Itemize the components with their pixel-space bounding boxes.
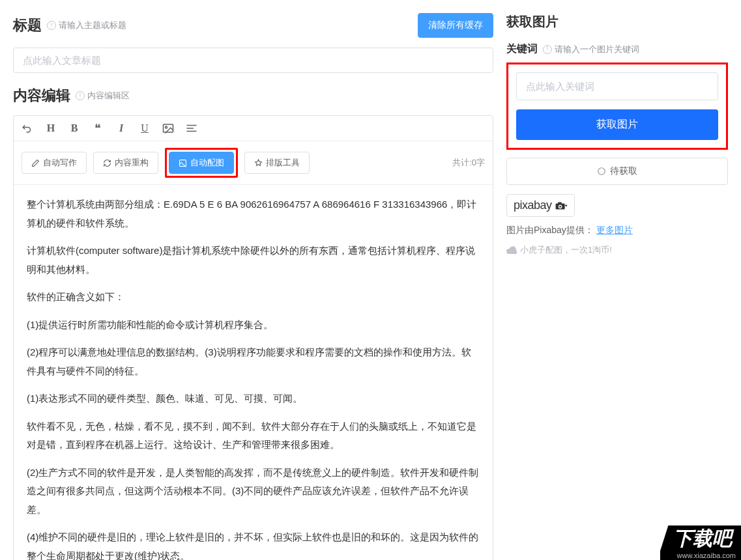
pixabay-logo-text: pixabay	[514, 199, 552, 212]
content-paragraph: (1)表达形式不同的硬件类型、颜色、味道、可见、可摸、可闻。	[27, 389, 480, 408]
bold-icon[interactable]: B	[68, 122, 80, 134]
clear-cache-button[interactable]: 清除所有缓存	[418, 13, 493, 38]
keyword-input[interactable]	[516, 72, 718, 100]
quote-icon[interactable]: ❝	[92, 121, 104, 135]
article-title-input[interactable]	[13, 48, 493, 73]
info-icon: !	[543, 45, 552, 54]
keyword-label: 关键词	[506, 42, 538, 56]
highlight-keyword-box: 获取图片	[506, 63, 728, 150]
get-image-button[interactable]: 获取图片	[516, 109, 718, 140]
camera-icon	[555, 201, 568, 210]
svg-point-1	[166, 126, 167, 128]
cloud-icon	[506, 246, 517, 254]
left-panel: 标题 ! 请输入主题或标题 清除所有缓存 内容编辑 ! 内容编辑区	[13, 13, 493, 560]
format-toolbar: H B ❝ I U	[14, 116, 493, 141]
editor-content[interactable]: 整个计算机系统由两部分组成：E.69DA 5 E 6 BA 9062616964…	[14, 185, 493, 560]
content-paragraph: (2)程序可以满意地处理信息的数据结构。(3)说明程序功能要求和程序需要的文档的…	[27, 343, 480, 380]
content-paragraph: (4)维护不同的硬件是旧的，理论上软件是旧的，并不坏，但实际上软件也是旧的和坏的…	[27, 528, 480, 560]
image-icon[interactable]	[162, 123, 174, 133]
content-paragraph: 整个计算机系统由两部分组成：E.69DA 5 E 6 BA 9062616964…	[27, 195, 480, 232]
editor-box: H B ❝ I U 自动写作 内容重构	[13, 115, 493, 560]
keyword-label-row: 关键词 ! 请输入一个图片关键词	[506, 42, 728, 56]
watermark: 下载吧 www.xiazaiba.com	[660, 525, 741, 560]
svg-rect-11	[565, 204, 567, 206]
svg-point-10	[559, 206, 561, 208]
action-toolbar: 自动写作 内容重构 自动配图 排版工具 共计:0字	[14, 141, 493, 185]
underline-icon[interactable]: U	[139, 122, 151, 134]
info-icon: !	[47, 21, 56, 30]
auto-image-button[interactable]: 自动配图	[169, 152, 234, 174]
content-paragraph: (1)提供运行时所需功能和性能的命令或计算机程序集合。	[27, 316, 480, 335]
more-images-link[interactable]: 更多图片	[596, 225, 633, 235]
content-paragraph: 软件看不见，无色，枯燥，看不见，摸不到，闻不到。软件大部分存在于人们的头脑或纸上…	[27, 417, 480, 455]
title-label: 标题	[13, 16, 42, 35]
align-icon[interactable]	[186, 124, 197, 133]
watermark-url: www.xiazaiba.com	[660, 551, 741, 560]
svg-point-6	[598, 168, 605, 175]
highlight-auto-image: 自动配图	[165, 148, 238, 178]
svg-rect-8	[558, 202, 562, 204]
restructure-button[interactable]: 内容重构	[93, 152, 158, 174]
pixabay-badge: pixabay	[506, 194, 575, 217]
pending-button[interactable]: 待获取	[506, 158, 728, 185]
title-hint: ! 请输入主题或标题	[47, 20, 126, 31]
editor-hint: ! 内容编辑区	[76, 90, 130, 102]
auto-write-button[interactable]: 自动写作	[22, 152, 87, 174]
editor-section-header: 内容编辑 ! 内容编辑区	[13, 86, 493, 105]
footer-note: 小虎子配图，一次1淘币!	[506, 244, 728, 256]
provider-line: 图片由Pixabay提供： 更多图片	[506, 225, 728, 236]
info-icon: !	[76, 91, 85, 100]
content-paragraph: 软件的正确含义如下：	[27, 288, 480, 307]
keyword-hint: ! 请输入一个图片关键词	[543, 44, 639, 55]
undo-icon[interactable]	[22, 122, 33, 134]
editor-label: 内容编辑	[13, 86, 70, 105]
watermark-main: 下载吧	[660, 525, 741, 551]
heading-icon[interactable]: H	[45, 122, 57, 134]
right-panel: 获取图片 关键词 ! 请输入一个图片关键词 获取图片 待获取 pixabay 图…	[506, 13, 728, 560]
char-count: 共计:0字	[452, 157, 485, 169]
layout-tool-button[interactable]: 排版工具	[244, 152, 310, 174]
italic-icon[interactable]: I	[115, 122, 127, 134]
content-paragraph: (2)生产方式不同的软件是开发，是人类智能的高发挥，而不是传统意义上的硬件制造。…	[27, 464, 480, 520]
content-paragraph: 计算机软件(computer software)是指计算机系统中除硬件以外的所有…	[27, 242, 480, 279]
get-image-title: 获取图片	[506, 13, 728, 31]
title-section-header: 标题 ! 请输入主题或标题 清除所有缓存	[13, 13, 493, 38]
